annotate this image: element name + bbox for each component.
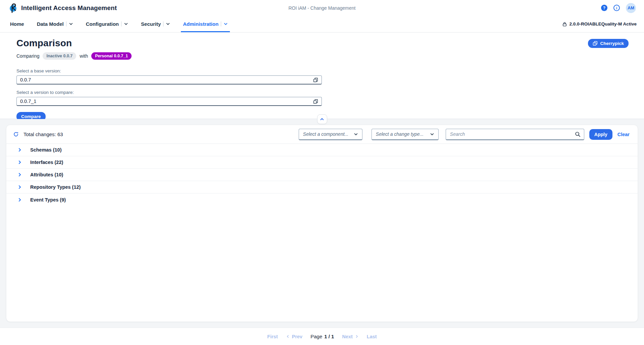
pagination-next-label: Next bbox=[342, 334, 352, 339]
section-label: Attributes (10) bbox=[30, 172, 63, 177]
chevron-up-icon bbox=[320, 117, 324, 121]
nav-item-label: Configuration bbox=[86, 21, 119, 27]
section-label: Interfaces (22) bbox=[30, 160, 63, 165]
compare-button-label: Compare bbox=[21, 114, 41, 119]
chevron-down-icon bbox=[354, 132, 358, 136]
comparing-summary: Comparing Inactive 0.0.7 with Personal 0… bbox=[16, 52, 629, 60]
nav-item-label: Home bbox=[10, 21, 24, 27]
search-icon[interactable] bbox=[575, 131, 581, 137]
section-row-interfaces[interactable]: Interfaces (22) bbox=[6, 156, 638, 169]
main-nav: Home Data Model Configuration Security A… bbox=[0, 16, 644, 33]
apply-button[interactable]: Apply bbox=[589, 129, 612, 140]
app-logo: Intelligent Access Management bbox=[9, 3, 117, 13]
info-icon[interactable]: i bbox=[613, 5, 620, 11]
changes-card: Total changes: 63 Select a component... … bbox=[6, 125, 638, 322]
component-filter-placeholder: Select a component... bbox=[303, 131, 348, 137]
section-label: Event Types (9) bbox=[30, 197, 66, 203]
page-title: Comparison bbox=[16, 38, 72, 49]
chevron-right-icon[interactable] bbox=[17, 172, 22, 177]
pagination-page-value: 1 / 1 bbox=[324, 334, 334, 339]
nav-item-data-model[interactable]: Data Model bbox=[36, 16, 74, 32]
chevron-down-icon[interactable] bbox=[224, 22, 228, 26]
chevron-down-icon[interactable] bbox=[166, 22, 170, 26]
search-input[interactable] bbox=[450, 131, 575, 137]
avatar[interactable]: AM bbox=[626, 3, 636, 13]
app-title: Intelligent Access Management bbox=[21, 4, 117, 12]
comparing-label: Comparing bbox=[16, 53, 39, 59]
brand-logo-icon bbox=[9, 3, 18, 13]
chevron-right-icon bbox=[355, 334, 359, 339]
compare-version-field bbox=[16, 97, 322, 106]
collapse-panel-button[interactable] bbox=[317, 114, 327, 124]
chevron-left-icon bbox=[286, 334, 290, 339]
chevron-right-icon[interactable] bbox=[17, 148, 22, 152]
active-version-status: 2.0.0-ROIABLEQuality-M Active bbox=[562, 16, 637, 32]
nav-item-label: Data Model bbox=[37, 21, 64, 27]
section-row-repository-types[interactable]: Repository Types (12) bbox=[6, 181, 638, 193]
base-version-field bbox=[16, 75, 322, 84]
cherrypick-icon bbox=[593, 41, 598, 46]
pagination-status: Page 1 / 1 bbox=[310, 334, 334, 339]
compare-version-badge: Personal 0.0.7_1 bbox=[91, 52, 132, 60]
chevron-right-icon[interactable] bbox=[17, 185, 22, 189]
help-icon[interactable]: ? bbox=[601, 5, 607, 11]
search-field bbox=[446, 129, 584, 140]
lock-icon bbox=[562, 21, 567, 27]
changes-area: Total changes: 63 Select a component... … bbox=[0, 119, 644, 328]
nav-divider bbox=[221, 21, 221, 26]
section-label: Repository Types (12) bbox=[30, 184, 81, 190]
with-label: with bbox=[80, 53, 88, 59]
pagination-prev-label: Prev bbox=[292, 334, 302, 339]
comparison-panel: Comparison Cherrypick Comparing Inactive… bbox=[0, 33, 644, 119]
section-label: Schemas (10) bbox=[30, 147, 62, 153]
compare-version-input[interactable] bbox=[20, 99, 312, 104]
value-help-icon[interactable] bbox=[312, 77, 319, 83]
section-row-schemas[interactable]: Schemas (10) bbox=[6, 144, 638, 156]
pagination-page-label: Page bbox=[310, 334, 322, 339]
base-version-badge: Inactive 0.0.7 bbox=[43, 52, 76, 60]
section-row-event-types[interactable]: Event Types (9) bbox=[6, 193, 638, 206]
cherrypick-label: Cherrypick bbox=[600, 41, 624, 46]
nav-item-configuration[interactable]: Configuration bbox=[85, 16, 129, 32]
top-header: Intelligent Access Management ROI iAM - … bbox=[0, 0, 644, 16]
nav-item-home[interactable]: Home bbox=[9, 16, 25, 32]
nav-item-administration[interactable]: Administration bbox=[182, 16, 229, 32]
pagination-first[interactable]: First bbox=[267, 334, 278, 339]
pagination-next[interactable]: Next bbox=[342, 334, 358, 339]
pagination-last[interactable]: Last bbox=[367, 334, 377, 339]
base-version-label: Select a base version: bbox=[16, 68, 629, 73]
app-root: Intelligent Access Management ROI iAM - … bbox=[0, 0, 644, 345]
change-type-filter-placeholder: Select a change type... bbox=[376, 131, 424, 137]
chevron-right-icon[interactable] bbox=[17, 197, 22, 202]
value-help-icon[interactable] bbox=[312, 98, 319, 105]
version-status-label: 2.0.0-ROIABLEQuality-M Active bbox=[569, 21, 637, 26]
chevron-right-icon[interactable] bbox=[17, 160, 22, 165]
nav-divider bbox=[66, 21, 66, 26]
change-type-filter-select[interactable]: Select a change type... bbox=[371, 129, 439, 140]
chevron-down-icon[interactable] bbox=[69, 22, 73, 26]
nav-item-label: Administration bbox=[183, 21, 218, 27]
nav-item-security[interactable]: Security bbox=[140, 16, 171, 32]
component-filter-select[interactable]: Select a component... bbox=[299, 129, 362, 140]
changes-toolbar: Total changes: 63 Select a component... … bbox=[6, 125, 638, 144]
pagination-bar: First Prev Page 1 / 1 Next Last bbox=[0, 328, 644, 345]
topbar-actions: ? i AM bbox=[601, 3, 636, 13]
nav-divider bbox=[121, 21, 121, 26]
chevron-down-icon[interactable] bbox=[124, 22, 128, 26]
clear-link[interactable]: Clear bbox=[617, 132, 630, 137]
nav-item-label: Security bbox=[141, 21, 161, 27]
pagination-prev[interactable]: Prev bbox=[286, 334, 302, 339]
refresh-icon[interactable] bbox=[13, 131, 19, 137]
base-version-input[interactable] bbox=[20, 77, 312, 82]
apply-button-label: Apply bbox=[594, 132, 607, 137]
cherrypick-button[interactable]: Cherrypick bbox=[588, 39, 629, 48]
total-changes-label: Total changes: 63 bbox=[23, 131, 63, 137]
compare-version-label: Select a version to compare: bbox=[16, 90, 629, 95]
section-row-attributes[interactable]: Attributes (10) bbox=[6, 169, 638, 181]
filters-bar: Select a component... Select a change ty… bbox=[299, 129, 630, 140]
chevron-down-icon bbox=[430, 132, 434, 136]
nav-divider bbox=[163, 21, 163, 26]
